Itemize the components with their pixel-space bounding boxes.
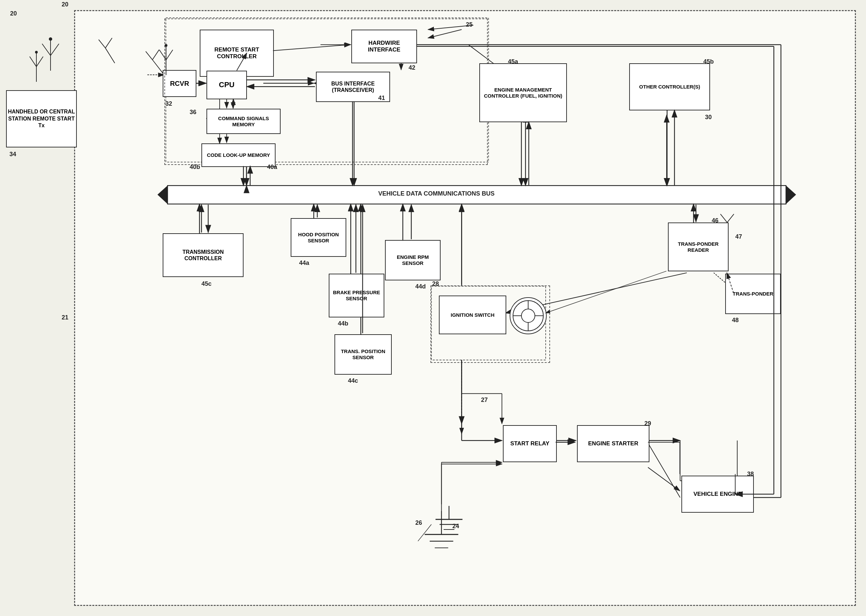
ref-47: 47 — [735, 233, 742, 240]
svg-line-56 — [727, 214, 734, 223]
ref-45c: 45c — [202, 280, 211, 288]
svg-line-127 — [50, 44, 59, 55]
transponder-inline — [510, 297, 547, 334]
diagram-container: 20 21 RCVR 32 REMOTE START CONTROLLER HA… — [74, 10, 856, 606]
svg-line-59 — [418, 525, 431, 541]
svg-line-6 — [105, 48, 115, 63]
ref-44c: 44c — [348, 377, 358, 384]
transponder-reader-block: TRANS-PONDER READER — [668, 223, 729, 271]
svg-line-8 — [105, 38, 112, 48]
hood-position-sensor-block: HOOD POSITION SENSOR — [291, 218, 346, 257]
svg-line-126 — [42, 44, 50, 55]
ref-28: 28 — [432, 280, 439, 288]
svg-line-44 — [646, 441, 680, 498]
ref-label-20: 20 — [61, 1, 68, 8]
ref-41: 41 — [378, 94, 385, 102]
ref-45a: 45a — [508, 58, 518, 65]
ref-48: 48 — [732, 317, 738, 324]
ref-38: 38 — [747, 471, 754, 478]
ref-36: 36 — [190, 109, 196, 116]
svg-marker-24 — [786, 185, 796, 204]
ref-label-21: 21 — [61, 314, 68, 321]
ref-44a: 44a — [299, 259, 309, 267]
trans-position-sensor-block: TRANS. POSITION SENSOR — [334, 334, 392, 375]
cpu-block: CPU — [206, 71, 247, 99]
engine-rpm-sensor-block: ENGINE RPM SENSOR — [385, 240, 441, 280]
ref-24: 24 — [452, 523, 459, 530]
engine-starter-block: ENGINE STARTER — [577, 425, 649, 462]
ref-27: 27 — [481, 396, 488, 404]
command-signals-memory-block: COMMAND SIGNALS MEMORY — [206, 109, 280, 134]
ref-45b: 45b — [703, 58, 714, 65]
ref-26: 26 — [415, 519, 422, 526]
ref-25: 25 — [466, 21, 472, 28]
svg-point-129 — [49, 38, 52, 41]
svg-line-5 — [153, 50, 159, 60]
svg-line-55 — [721, 214, 727, 223]
ignition-switch-block: IGNITION SWITCH — [439, 295, 506, 334]
svg-line-7 — [99, 40, 105, 48]
other-controllers-block: OTHER CONTROLLER(S) — [629, 63, 710, 110]
ref-34: 34 — [9, 151, 16, 158]
ref-44d: 44d — [415, 283, 426, 290]
ref-29: 29 — [644, 420, 651, 427]
handheld-box: HANDHELD OR CENTRAL STATION REMOTE START… — [6, 90, 77, 148]
brake-pressure-sensor-block: BRAKE PRESSURE SENSOR — [329, 273, 384, 317]
hardwire-interface-block: HARDWIRE INTERFACE — [351, 30, 417, 63]
transmission-controller-block: TRANSMISSION CONTROLLER — [163, 233, 244, 277]
remote-start-controller-block: REMOTE START CONTROLLER — [200, 30, 274, 77]
svg-line-123 — [546, 271, 667, 313]
svg-line-4 — [146, 52, 153, 60]
vehicle-engine-block: VEHICLE ENGINE — [682, 476, 754, 513]
ref-20-label: 20 — [10, 10, 17, 17]
ground-symbol — [432, 506, 466, 548]
svg-point-64 — [521, 309, 535, 322]
ref-42: 42 — [409, 64, 415, 71]
ref-46: 46 — [712, 217, 718, 224]
left-antenna-area — [34, 27, 68, 72]
code-lookup-memory-block: CODE LOOK-UP MEMORY — [202, 143, 276, 167]
engine-management-block: ENGINE MANAGEMENT CONTROLLER (FUEL, IGNI… — [479, 63, 567, 122]
ref-40b: 40b — [190, 163, 200, 171]
transponder-block: TRANS-PONDER — [725, 273, 781, 314]
svg-line-113 — [648, 467, 680, 491]
start-relay-block: START RELAY — [503, 425, 557, 462]
svg-marker-23 — [157, 185, 167, 204]
ref-40a: 40a — [267, 163, 277, 171]
ref-30: 30 — [705, 114, 712, 121]
vehicle-data-bus-label: VEHICLE DATA COMMUNICATIONS BUS — [378, 190, 494, 197]
ref-44b: 44b — [338, 320, 348, 327]
